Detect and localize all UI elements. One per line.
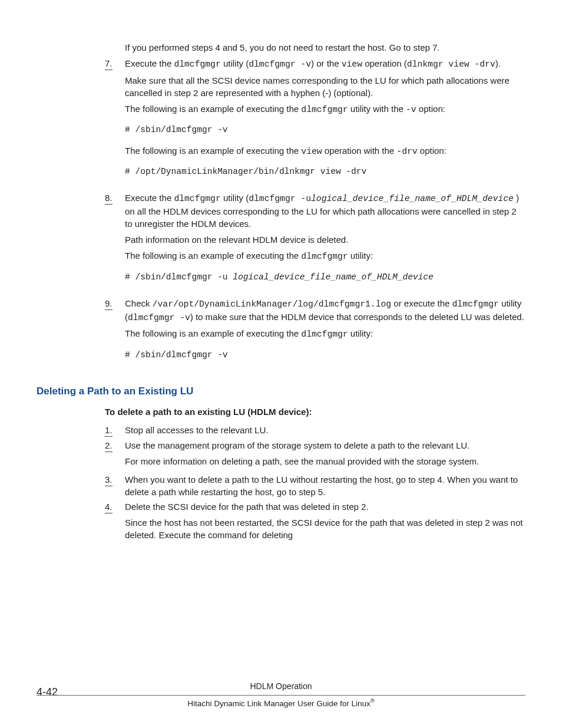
list-number: 2. xyxy=(105,439,113,452)
footer-subtitle: Hitachi Dynamic Link Manager User Guide … xyxy=(0,697,562,709)
section-heading: Deleting a Path to an Existing LU xyxy=(37,384,525,398)
list-number: 8. xyxy=(105,192,113,205)
paragraph: Make sure that all the SCSI device names… xyxy=(125,74,525,99)
paragraph: Since the host has not been restarted, t… xyxy=(125,516,525,541)
code-inline: dlmcfgmgr xyxy=(301,252,348,261)
list-item-2: 2. Use the management program of the sto… xyxy=(105,439,525,471)
code-inline: logical_device_file_name_of_HDLM_device xyxy=(311,194,514,203)
list-item-1: 1. Stop all accesses to the relevant LU. xyxy=(105,424,525,437)
code-block: # /sbin/dlmcfgmgr -v xyxy=(125,349,525,361)
paragraph: For more information on deleting a path,… xyxy=(125,455,525,467)
paragraph: Execute the dlmcfgmgr utility (dlmcfgmgr… xyxy=(125,192,525,230)
list-number: 7. xyxy=(105,57,113,70)
document-body: If you performed steps 4 and 5, you do n… xyxy=(0,0,562,545)
code-inline: dlmcfgmgr -v xyxy=(128,313,190,322)
list-item-4: 4. Delete the SCSI device for the path t… xyxy=(105,500,525,545)
code-block: # /sbin/dlmcfgmgr -u logical_device_file… xyxy=(125,271,525,283)
paragraph: The following is an example of executing… xyxy=(125,103,525,116)
list-item-7: 7. Execute the dlmcfgmgr utility (dlmcfg… xyxy=(105,57,525,186)
code-inline: -drv xyxy=(396,147,417,156)
divider xyxy=(37,695,525,696)
paragraph: The following is an example of executing… xyxy=(125,249,525,263)
list-number: 1. xyxy=(105,424,113,437)
list-item-9: 9. Check /var/opt/DynamicLinkManager/log… xyxy=(105,297,525,369)
paragraph: Delete the SCSI device for the path that… xyxy=(125,500,525,513)
paragraph: When you want to delete a path to the LU… xyxy=(125,473,525,498)
list-item-8: 8. Execute the dlmcfgmgr utility (dlmcfg… xyxy=(105,192,525,291)
footer-title: HDLM Operation xyxy=(0,681,562,693)
list-item-3: 3. When you want to delete a path to the… xyxy=(105,473,525,498)
code-inline: dlnkmgr view -drv xyxy=(407,60,495,69)
code-inline: dlmcfgmgr xyxy=(301,105,348,114)
paragraph: Path information on the relevant HDLM de… xyxy=(125,233,525,246)
paragraph: Execute the dlmcfgmgr utility (dlmcfgmgr… xyxy=(125,57,525,71)
code-inline: dlmcfgmgr xyxy=(452,299,499,309)
list-number: 4. xyxy=(105,500,113,513)
code-inline: -v xyxy=(406,105,416,114)
code-inline: /var/opt/DynamicLinkManager/log/dlmcfgmg… xyxy=(153,299,391,309)
code-block: # /sbin/dlmcfgmgr -v xyxy=(125,124,525,136)
code-inline: dlmcfgmgr -v xyxy=(249,60,311,69)
paragraph: Use the management program of the storag… xyxy=(125,439,525,452)
code-inline: view xyxy=(342,60,362,69)
code-inline: dlmcfgmgr -u xyxy=(249,194,311,203)
paragraph: Check /var/opt/DynamicLinkManager/log/dl… xyxy=(125,297,525,324)
paragraph: Stop all accesses to the relevant LU. xyxy=(125,424,525,437)
subheading: To delete a path to an existing LU (HDLM… xyxy=(105,406,525,418)
list-number: 9. xyxy=(105,297,113,310)
code-inline: dlmcfgmgr xyxy=(174,60,220,69)
paragraph: The following is an example of executing… xyxy=(125,327,525,341)
page-footer: HDLM Operation Hitachi Dynamic Link Mana… xyxy=(0,681,562,709)
paragraph: If you performed steps 4 and 5, you do n… xyxy=(105,41,525,54)
code-inline: dlmcfgmgr xyxy=(174,194,220,203)
code-inline: view xyxy=(301,147,322,156)
code-inline: dlmcfgmgr xyxy=(301,330,348,339)
code-block: # /opt/DynamicLinkManager/bin/dlnkmgr vi… xyxy=(125,166,525,177)
paragraph: The following is an example of executing… xyxy=(125,144,525,158)
list-number: 3. xyxy=(105,473,113,486)
